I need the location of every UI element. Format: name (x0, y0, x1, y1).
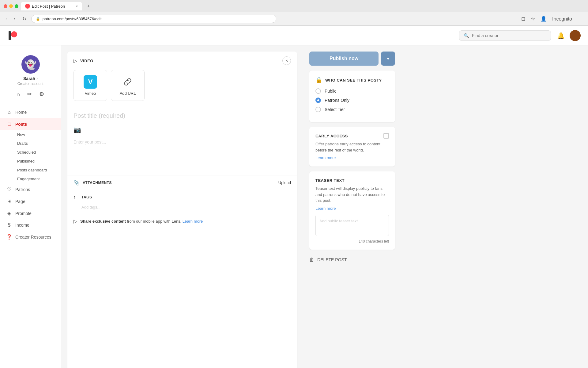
posts-label: Posts (15, 122, 27, 127)
lens-learn-more-link[interactable]: Learn more (183, 219, 203, 224)
sidebar-item-home[interactable]: ⌂ Home (0, 106, 61, 118)
bookmark-button[interactable]: ☆ (529, 15, 537, 23)
tags-input[interactable] (67, 205, 297, 214)
select-tier-radio-option[interactable]: Select Tier (315, 107, 389, 112)
early-access-header: EARLY ACCESS (315, 133, 389, 139)
svg-rect-2 (9, 31, 11, 40)
sidebar-item-published[interactable]: Published (11, 157, 61, 166)
early-access-checkbox[interactable] (383, 133, 389, 139)
publish-now-button[interactable]: Publish now (309, 52, 379, 66)
patrons-only-radio-button[interactable] (315, 98, 321, 103)
browser-tab[interactable]: Edit Post | Patreon × (21, 2, 82, 10)
delete-post-section[interactable]: 🗑 DELETE POST (309, 255, 395, 265)
income-icon: $ (6, 222, 12, 228)
browser-chrome: Edit Post | Patreon × + ‹ › ↻ 🔒 patreon.… (0, 0, 588, 26)
right-panel: Publish now ▼ 🔒 WHO CAN SEE THIS POST? P… (303, 45, 401, 368)
patrons-only-radio-label: Patrons Only (325, 98, 349, 103)
post-image-row: 📷 (67, 122, 297, 137)
vimeo-icon: V (84, 75, 97, 89)
new-tab-button[interactable]: + (85, 2, 92, 10)
browser-dots (4, 4, 18, 8)
refresh-button[interactable]: ↻ (21, 15, 28, 23)
visibility-title: WHO CAN SEE THIS POST? (325, 78, 382, 82)
teaser-title: TEASER TEXT (315, 178, 345, 183)
patreon-logo-svg (7, 30, 18, 41)
video-section-header: ▷ VIDEO × (74, 56, 291, 65)
cast-button[interactable]: ⊡ (519, 15, 527, 23)
back-button[interactable]: ‹ (4, 15, 9, 23)
upload-button[interactable]: Upload (278, 180, 291, 185)
sidebar-username[interactable]: Sarah › (23, 76, 38, 81)
notification-icon[interactable]: 🔔 (557, 32, 565, 39)
sidebar-item-promote[interactable]: ◈ Promote (0, 207, 61, 219)
share-lens-suffix: from our mobile app with Lens. (127, 219, 182, 224)
close-icon: × (285, 58, 288, 63)
visibility-header: 🔒 WHO CAN SEE THIS POST? (315, 77, 389, 83)
publish-dropdown-button[interactable]: ▼ (381, 52, 395, 66)
sidebar-item-patrons[interactable]: ♡ Patrons (0, 183, 61, 195)
teaser-learn-more[interactable]: Learn more (315, 206, 336, 211)
sidebar-item-new[interactable]: New (11, 130, 61, 139)
search-bar[interactable]: 🔍 (459, 30, 551, 41)
early-access-section: EARLY ACCESS Offer patrons early access … (309, 127, 395, 167)
video-close-button[interactable]: × (282, 56, 291, 65)
close-dot[interactable] (4, 4, 7, 8)
tags-row: 🏷 TAGS (67, 190, 297, 204)
user-avatar[interactable] (570, 30, 581, 41)
public-radio-button[interactable] (315, 88, 321, 94)
lens-icon: ▷ (74, 218, 77, 224)
early-access-learn-more[interactable]: Learn more (315, 155, 336, 160)
sidebar-item-page[interactable]: ⊞ Page (0, 195, 61, 207)
video-section: ▷ VIDEO × V Vimeo (67, 52, 297, 106)
add-image-button[interactable]: 📷 (72, 125, 82, 135)
page-label: Page (15, 199, 25, 204)
forward-button[interactable]: › (12, 15, 17, 23)
teaser-description: Teaser text will display publicly to fan… (315, 186, 389, 204)
tab-close-icon[interactable]: × (76, 4, 78, 8)
sidebar-item-income[interactable]: $ Income (0, 219, 61, 231)
share-lens-row: ▷ Share exclusive content from our mobil… (67, 214, 297, 228)
menu-button[interactable]: ⋮ (576, 15, 584, 23)
income-label: Income (15, 223, 29, 228)
profile-button[interactable]: 👤 (539, 15, 548, 23)
home-action-button[interactable]: ⌂ (16, 90, 21, 99)
post-body-input[interactable] (67, 137, 297, 174)
sidebar-item-engagement[interactable]: Engagement (11, 174, 61, 183)
patrons-only-radio-option[interactable]: Patrons Only (315, 98, 389, 103)
posts-icon: ◻ (6, 121, 12, 127)
sidebar-avatar: 👻 (21, 55, 40, 74)
maximize-dot[interactable] (15, 4, 18, 8)
search-input[interactable] (472, 33, 539, 38)
svg-point-0 (26, 5, 29, 8)
vimeo-option[interactable]: V Vimeo (74, 70, 107, 101)
tags-icon: 🏷 (74, 194, 78, 200)
share-lens-text: Share exclusive content from our mobile … (80, 219, 203, 224)
sidebar-item-scheduled[interactable]: Scheduled (11, 148, 61, 157)
add-url-icon (121, 75, 134, 89)
sidebar-item-drafts[interactable]: Drafts (11, 139, 61, 148)
teaser-text-input[interactable] (315, 215, 389, 236)
main-content: ▷ VIDEO × V Vimeo (61, 45, 588, 368)
sidebar-item-posts[interactable]: ◻ Posts (0, 118, 61, 130)
public-radio-label: Public (325, 89, 336, 94)
post-editor: ▷ VIDEO × V Vimeo (67, 52, 297, 368)
select-tier-radio-button[interactable] (315, 107, 321, 112)
attachments-icon: 📎 (74, 180, 80, 186)
public-radio-option[interactable]: Public (315, 88, 389, 94)
address-bar[interactable]: 🔒 patreon.com/posts/68054576/edit (31, 15, 276, 23)
post-title-input[interactable] (67, 106, 297, 122)
edit-action-button[interactable]: ✏ (26, 90, 33, 99)
header-icons: 🔔 (557, 30, 581, 41)
chevron-down-icon: ▼ (386, 56, 390, 61)
add-url-option[interactable]: Add URL (111, 70, 145, 101)
sidebar-item-creator-resources[interactable]: ❓ Creator Resources (0, 231, 61, 243)
patrons-label: Patrons (15, 187, 30, 192)
minimize-dot[interactable] (9, 4, 13, 8)
vimeo-label: Vimeo (85, 91, 96, 96)
sidebar-item-posts-dashboard[interactable]: Posts dashboard (11, 166, 61, 174)
teaser-char-count: 140 characters left (315, 239, 389, 243)
incognito-label[interactable]: Incognito (550, 15, 574, 23)
browser-toolbar: ‹ › ↻ 🔒 patreon.com/posts/68054576/edit … (0, 12, 588, 26)
settings-action-button[interactable]: ⚙ (38, 90, 45, 99)
browser-titlebar: Edit Post | Patreon × + (0, 0, 588, 12)
